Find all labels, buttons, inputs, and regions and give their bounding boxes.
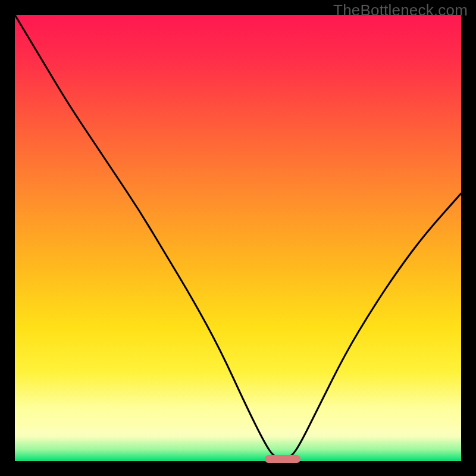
- optimal-point-marker: [265, 455, 300, 463]
- watermark-text: TheBottleneck.com: [333, 1, 468, 20]
- chart-container: TheBottleneck.com: [0, 0, 476, 476]
- bottleneck-curve: [15, 15, 461, 461]
- plot-area: [15, 15, 461, 461]
